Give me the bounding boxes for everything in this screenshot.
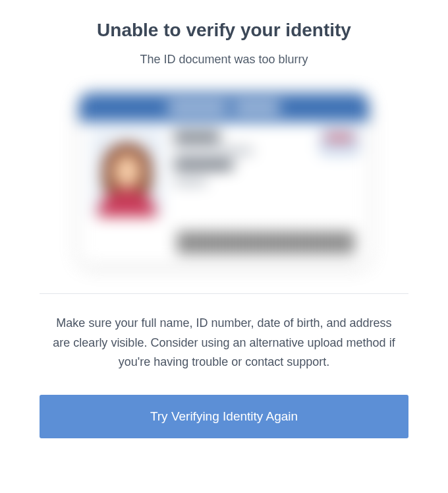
instructions-text: Make sure your full name, ID number, dat… bbox=[46, 314, 402, 372]
page-heading: Unable to verify your identity bbox=[97, 20, 351, 41]
id-photo-icon bbox=[91, 131, 163, 217]
try-again-button[interactable]: Try Verifying Identity Again bbox=[40, 395, 408, 438]
barcode-icon bbox=[178, 231, 354, 254]
error-reason: The ID document was too blurry bbox=[140, 53, 308, 67]
blurry-id-illustration bbox=[66, 86, 382, 271]
id-card-icon bbox=[79, 93, 369, 264]
id-flag-badge-icon bbox=[322, 131, 357, 154]
divider bbox=[40, 293, 408, 294]
